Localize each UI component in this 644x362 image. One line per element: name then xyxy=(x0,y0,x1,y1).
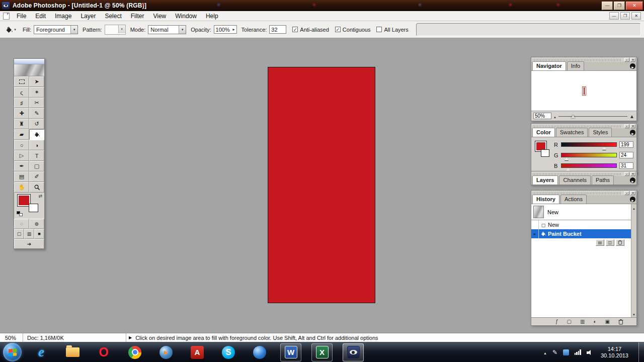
collapse-icon[interactable] xyxy=(624,124,629,128)
collapse-icon[interactable] xyxy=(624,58,629,62)
palette-menu-icon[interactable] xyxy=(630,63,635,69)
tool-hand[interactable]: ✋ xyxy=(14,182,29,193)
tool-pen[interactable]: ✒ xyxy=(14,161,29,171)
background-color-swatch[interactable] xyxy=(29,204,38,212)
tab-actions[interactable]: Actions xyxy=(560,195,587,204)
taskbar-windows-explorer[interactable] xyxy=(62,343,83,361)
layer-style-icon[interactable]: ƒ xyxy=(555,319,558,324)
blue-value-field[interactable]: 31 xyxy=(619,162,633,169)
history-state-new[interactable]: New xyxy=(531,220,631,229)
tool-clone-stamp[interactable]: ♜ xyxy=(14,119,29,129)
tool-slice[interactable]: ✂ xyxy=(29,98,44,108)
taskbar-skype[interactable]: S xyxy=(218,343,239,361)
fullscreen-menubar-button[interactable]: ▥ xyxy=(24,229,34,239)
tool-lasso[interactable]: ς xyxy=(14,87,29,98)
close-icon[interactable] xyxy=(630,191,635,195)
doc-minimize-button[interactable]: — xyxy=(609,12,619,20)
menu-help[interactable]: Help xyxy=(201,12,223,21)
tool-brush[interactable]: ✎ xyxy=(29,108,44,119)
tray-app-icon[interactable] xyxy=(563,349,569,355)
default-colors-icon[interactable] xyxy=(17,211,24,217)
taskbar-blue-app[interactable] xyxy=(249,343,270,361)
palette-menu-icon[interactable] xyxy=(630,130,635,135)
maximize-button[interactable]: ❐ xyxy=(614,2,625,10)
tab-color[interactable]: Color xyxy=(532,128,555,137)
minimize-button[interactable]: — xyxy=(602,2,613,10)
menu-filter[interactable]: Filter xyxy=(126,12,149,21)
zoom-in-icon[interactable] xyxy=(629,113,634,119)
tool-healing-brush[interactable]: ✚ xyxy=(14,108,29,119)
volume-icon[interactable] xyxy=(587,349,593,355)
tool-paint-bucket[interactable] xyxy=(29,129,44,140)
show-hidden-icons[interactable] xyxy=(543,349,547,355)
status-menu-arrow-icon[interactable]: ▶ xyxy=(129,335,132,340)
tool-zoom[interactable] xyxy=(29,182,44,193)
show-desktop-button[interactable] xyxy=(638,342,644,362)
contiguous-checkbox[interactable]: ✓ xyxy=(335,27,341,32)
tab-styles[interactable]: Styles xyxy=(589,128,612,137)
quick-mask-mode-button[interactable]: ◍ xyxy=(29,219,44,229)
history-source-gutter[interactable] xyxy=(531,220,539,229)
zoom-out-icon[interactable] xyxy=(553,113,556,119)
menu-edit[interactable]: Edit xyxy=(31,12,50,21)
pattern-picker[interactable] xyxy=(105,25,126,35)
doc-close-button[interactable]: ✕ xyxy=(631,12,641,20)
taskbar-media-player[interactable] xyxy=(155,343,177,361)
navigator-preview[interactable] xyxy=(531,71,636,111)
status-zoom-field[interactable]: 50% xyxy=(0,333,23,342)
tab-swatches[interactable]: Swatches xyxy=(556,128,588,137)
fill-dropdown[interactable]: Foreground xyxy=(34,25,78,34)
tab-paths[interactable]: Paths xyxy=(592,175,614,185)
antialiased-checkbox[interactable]: ✓ xyxy=(292,27,298,32)
zoom-slider[interactable] xyxy=(558,113,627,119)
current-tool-button[interactable] xyxy=(3,23,18,36)
adjustment-layer-icon[interactable]: ◐ xyxy=(594,319,597,324)
delete-state-icon[interactable] xyxy=(616,239,624,246)
green-slider-thumb[interactable] xyxy=(565,157,569,160)
red-value-field[interactable]: 199 xyxy=(619,141,633,148)
green-value-field[interactable]: 24 xyxy=(619,152,633,158)
palette-menu-icon[interactable] xyxy=(630,177,635,183)
scroll-down-icon[interactable] xyxy=(632,311,635,317)
taskbar-chrome[interactable] xyxy=(124,343,145,361)
scroll-up-icon[interactable] xyxy=(632,205,635,211)
network-icon[interactable] xyxy=(575,349,581,355)
tab-channels[interactable]: Channels xyxy=(559,175,590,185)
tab-history[interactable]: History xyxy=(532,195,559,204)
taskbar-internet-explorer[interactable]: e xyxy=(31,343,52,361)
imageready-button[interactable]: ➔ xyxy=(14,239,44,249)
tool-notes[interactable]: ▤ xyxy=(14,171,29,182)
collapse-icon[interactable] xyxy=(624,172,629,176)
tool-path-selection[interactable]: ▷ xyxy=(14,150,29,161)
tool-eraser[interactable]: ▰ xyxy=(14,129,29,140)
new-layer-icon[interactable]: ▣ xyxy=(605,319,610,324)
layer-mask-icon[interactable]: ▢ xyxy=(567,319,572,324)
document-canvas[interactable] xyxy=(268,67,375,303)
mode-dropdown[interactable]: Normal xyxy=(148,25,186,34)
navigator-zoom-field[interactable]: 50% xyxy=(533,113,551,119)
history-state-paint-bucket[interactable]: Paint Bucket xyxy=(531,229,631,238)
history-scrollbar[interactable] xyxy=(631,204,636,317)
tolerance-field[interactable]: 32 xyxy=(269,25,286,34)
tab-navigator[interactable]: Navigator xyxy=(532,61,566,70)
blue-slider[interactable] xyxy=(561,163,617,168)
tool-dodge[interactable]: ◑ xyxy=(29,140,44,150)
tool-rectangular-marquee[interactable] xyxy=(14,76,29,87)
red-slider-thumb[interactable] xyxy=(602,147,606,150)
fullscreen-button[interactable]: ■ xyxy=(34,229,44,239)
menu-window[interactable]: Window xyxy=(171,12,201,21)
pen-input-icon[interactable] xyxy=(552,349,557,356)
taskbar-adobe-reader[interactable]: A xyxy=(187,343,208,361)
taskbar-opera[interactable]: O xyxy=(93,343,114,361)
taskbar-photoshop[interactable] xyxy=(343,343,364,361)
trash-icon[interactable] xyxy=(618,319,623,325)
opacity-field[interactable]: 100% xyxy=(214,25,237,34)
swap-colors-icon[interactable] xyxy=(38,194,42,199)
red-slider[interactable] xyxy=(561,142,617,147)
start-button[interactable] xyxy=(3,343,22,361)
background-color-swatch[interactable] xyxy=(541,149,549,157)
palette-menu-icon[interactable] xyxy=(630,197,635,202)
zoom-slider-thumb[interactable] xyxy=(571,115,575,118)
tab-info[interactable]: Info xyxy=(567,61,584,70)
standard-mode-button[interactable]: ◌ xyxy=(14,219,29,229)
